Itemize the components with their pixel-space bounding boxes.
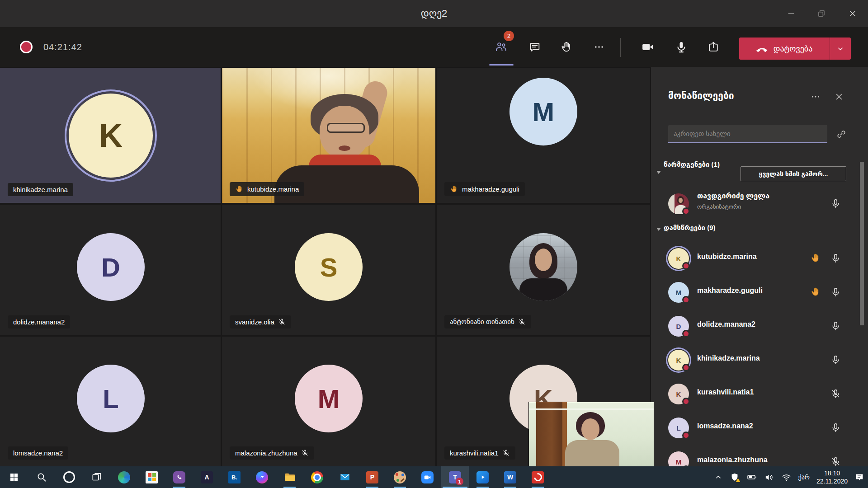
edge-icon[interactable]	[110, 466, 138, 488]
panel-close-button[interactable]	[834, 91, 844, 102]
video-tile[interactable]: M makharadze.guguli	[437, 68, 650, 203]
presenters-collapse-arrow[interactable]	[656, 171, 661, 174]
wifi-icon[interactable]	[781, 472, 792, 483]
avatar: K	[668, 384, 689, 404]
mail-icon[interactable]	[331, 466, 359, 488]
minimize-button[interactable]	[778, 0, 804, 27]
movies-tv-icon[interactable]	[469, 466, 496, 488]
video-tile[interactable]: L lomsadze.nana2	[0, 337, 221, 466]
keyboard-language-indicator[interactable]: ქარ	[798, 474, 810, 481]
pdf-app-icon[interactable]	[524, 466, 552, 488]
cortana-icon[interactable]	[55, 466, 83, 488]
mic-muted-icon[interactable]	[830, 456, 841, 466]
participant-row[interactable]: M malazonia.zhuzhuna	[660, 446, 859, 466]
mic-icon[interactable]	[830, 321, 841, 331]
leave-label: დატოვება	[774, 44, 813, 54]
presence-busy-dot	[682, 296, 690, 304]
participant-name: makharadze.guguli	[697, 286, 763, 295]
participant-name: malazonia.zhuzhuna	[697, 456, 768, 464]
action-center-icon[interactable]	[854, 472, 864, 482]
leave-button[interactable]: დატოვება	[739, 38, 851, 60]
self-view[interactable]	[529, 402, 654, 466]
teams-notification-badge: 1	[456, 478, 463, 485]
panel-scrollbar[interactable]	[860, 162, 864, 325]
video-tile[interactable]: D dolidze.manana2	[0, 205, 221, 335]
participant-name: kutubidze.marina	[697, 253, 757, 261]
viber-icon[interactable]	[165, 466, 193, 488]
participant-row[interactable]: თავდგირიძე ლელა ორგანიზატორი	[660, 188, 859, 220]
participant-row[interactable]: K khinikadze.marina	[660, 344, 859, 376]
presence-busy-dot	[682, 330, 690, 338]
more-actions-button[interactable]	[589, 37, 609, 57]
presenters-header[interactable]: წარმდგენები (1)	[664, 160, 720, 169]
powerpoint-icon[interactable]: P	[359, 466, 386, 488]
volume-icon[interactable]	[764, 472, 774, 483]
restore-button[interactable]	[809, 0, 834, 27]
mic-icon[interactable]	[830, 355, 841, 365]
battery-icon[interactable]	[746, 472, 757, 483]
mic-icon[interactable]	[830, 253, 841, 263]
video-tile[interactable]: ანტონიანი თინათინ	[437, 205, 650, 335]
attendees-header[interactable]: დამსწრეები (9)	[664, 223, 716, 232]
video-tile[interactable]: M malazonia.zhuzhuna	[222, 337, 435, 466]
mic-icon[interactable]	[830, 287, 841, 297]
taskbar-clock[interactable]: 18:10 22.11.2020	[816, 469, 848, 485]
video-tile[interactable]: S svanidze.olia	[222, 205, 435, 335]
participant-row[interactable]: K kurashvili.natia1	[660, 378, 859, 410]
mic-muted-icon[interactable]	[830, 389, 841, 399]
tile-name-label: makharadze.guguli	[444, 182, 525, 196]
panel-more-button[interactable]	[810, 91, 821, 102]
panel-title: მონაწილეები	[668, 90, 734, 101]
start-button[interactable]	[0, 466, 28, 488]
chat-button[interactable]	[525, 37, 545, 57]
paint-icon[interactable]	[386, 466, 414, 488]
raise-hand-button[interactable]	[557, 37, 576, 57]
task-view-icon[interactable]	[83, 466, 110, 488]
word-icon[interactable]: W	[496, 466, 524, 488]
mic-toggle-button[interactable]	[671, 37, 691, 57]
hang-up-icon	[756, 43, 768, 55]
avatar: M	[509, 78, 577, 145]
participant-name: თავდგირიძე ლელა	[697, 192, 769, 200]
teams-icon[interactable]: T1	[441, 466, 469, 488]
tile-name-label: khinikadze.marina	[8, 183, 73, 196]
avatar-photo	[509, 233, 577, 301]
participants-badge: 2	[504, 31, 514, 41]
mic-icon[interactable]	[830, 422, 841, 433]
mic-icon[interactable]	[830, 198, 841, 209]
leave-options-dropdown[interactable]	[830, 38, 851, 60]
tile-name-label: lomsadze.nana2	[8, 446, 68, 460]
acrobat-icon[interactable]: A	[193, 466, 221, 488]
participant-row[interactable]: L lomsadze.nana2	[660, 412, 859, 444]
chrome-icon[interactable]	[303, 466, 331, 488]
share-screen-button[interactable]	[703, 37, 723, 57]
microsoft-store-icon[interactable]	[138, 466, 165, 488]
presence-busy-dot	[682, 262, 690, 270]
file-explorer-icon[interactable]	[276, 466, 303, 488]
close-button[interactable]	[840, 0, 865, 27]
video-tile[interactable]: K khinikadze.marina	[0, 68, 221, 203]
bank-app-icon[interactable]: B.	[221, 466, 248, 488]
participant-row[interactable]: M makharadze.guguli	[660, 277, 859, 308]
avatar: K	[668, 248, 689, 269]
zoom-app-icon[interactable]	[414, 466, 441, 488]
video-tile[interactable]: kutubidze.marina	[222, 68, 435, 203]
defender-shield-icon[interactable]	[730, 472, 740, 482]
mute-all-button[interactable]: ყველას ხმის გამორ...	[741, 166, 846, 181]
raised-hand-icon	[810, 253, 821, 263]
participants-panel: მონაწილეები წარმდგენები (1) ყველას ხმის …	[651, 67, 868, 466]
tile-name-label: ანტონიანი თინათინ	[444, 315, 531, 328]
presence-busy-dot	[682, 364, 690, 371]
participant-row[interactable]: D dolidze.manana2	[660, 310, 859, 342]
toolbar-divider	[620, 38, 621, 57]
taskbar-search-icon[interactable]	[28, 466, 55, 488]
messenger-icon[interactable]	[248, 466, 276, 488]
tray-chevron-up-icon[interactable]	[714, 473, 723, 482]
search-input[interactable]	[668, 125, 827, 143]
copy-link-icon[interactable]	[835, 128, 847, 140]
recording-indicator-icon	[20, 41, 33, 53]
attendees-collapse-arrow[interactable]	[656, 228, 661, 231]
tile-name-label: kurashvili.natia1	[444, 446, 515, 460]
camera-toggle-button[interactable]	[638, 37, 658, 57]
participant-row[interactable]: K kutubidze.marina	[660, 243, 859, 274]
